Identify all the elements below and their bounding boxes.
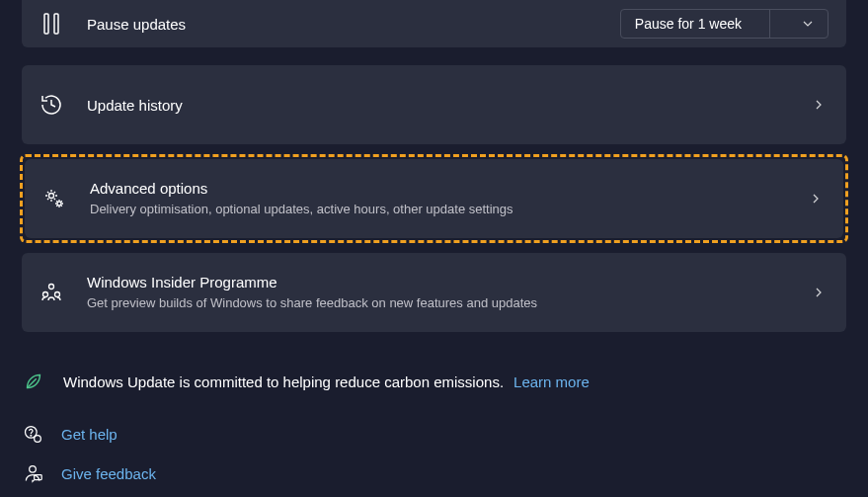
advanced-options-highlight: Advanced options Delivery optimisation, … xyxy=(20,154,848,243)
insider-programme-row[interactable]: Windows Insider Programme Get preview bu… xyxy=(22,253,846,332)
feedback-icon xyxy=(22,462,43,484)
history-title: Update history xyxy=(87,95,809,116)
give-feedback-link[interactable]: Give feedback xyxy=(61,465,156,482)
svg-point-3 xyxy=(57,202,61,206)
pause-updates-row: Pause updates Pause for 1 week xyxy=(22,0,846,47)
svg-point-2 xyxy=(49,194,54,199)
carbon-text: Windows Update is committed to helping r… xyxy=(63,373,504,390)
advanced-subtitle: Delivery optimisation, optional updates,… xyxy=(90,201,806,218)
update-history-row[interactable]: Update history xyxy=(22,65,846,144)
get-help-row[interactable]: Get help xyxy=(22,423,846,445)
leaf-icon xyxy=(22,370,45,393)
pause-duration-dropdown[interactable]: Pause for 1 week xyxy=(620,9,829,39)
svg-point-4 xyxy=(49,285,54,290)
gears-icon xyxy=(42,187,66,210)
pause-icon xyxy=(39,12,63,36)
advanced-title: Advanced options xyxy=(90,178,806,199)
history-icon xyxy=(39,93,63,117)
insider-subtitle: Get preview builds of Windows to share f… xyxy=(87,294,809,312)
chevron-right-icon xyxy=(809,283,829,302)
insider-title: Windows Insider Programme xyxy=(87,272,809,292)
svg-point-8 xyxy=(31,435,32,436)
svg-point-9 xyxy=(35,436,41,443)
insider-icon xyxy=(39,281,63,304)
give-feedback-row[interactable]: Give feedback xyxy=(22,462,846,484)
svg-point-5 xyxy=(43,292,48,297)
pause-label: Pause updates xyxy=(87,14,620,35)
advanced-options-row[interactable]: Advanced options Delivery optimisation, … xyxy=(25,159,843,238)
carbon-note: Windows Update is committed to helping r… xyxy=(22,370,846,393)
chevron-right-icon xyxy=(806,189,826,208)
svg-point-10 xyxy=(30,466,37,473)
chevron-right-icon xyxy=(809,95,829,115)
svg-rect-0 xyxy=(44,14,48,34)
dropdown-separator xyxy=(769,9,770,39)
pause-dropdown-value: Pause for 1 week xyxy=(635,16,742,32)
svg-rect-1 xyxy=(54,14,58,34)
help-icon xyxy=(22,423,43,445)
learn-more-link[interactable]: Learn more xyxy=(513,373,590,390)
svg-point-6 xyxy=(55,292,60,297)
chevron-down-icon xyxy=(798,14,818,34)
get-help-link[interactable]: Get help xyxy=(61,426,118,443)
